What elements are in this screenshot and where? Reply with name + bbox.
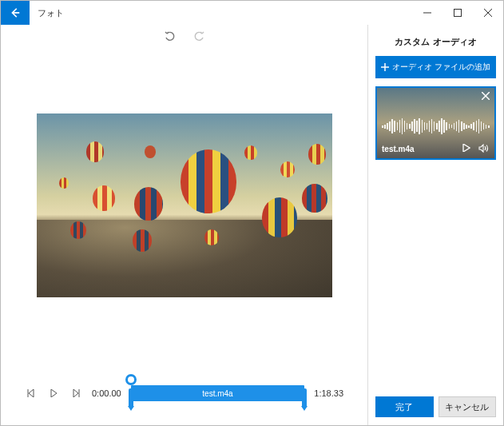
window-controls	[412, 1, 503, 25]
end-time-label: 1:18.33	[314, 388, 343, 398]
add-audio-label: オーディオ ファイルの追加	[392, 62, 490, 73]
cancel-button[interactable]: キャンセル	[439, 396, 497, 417]
waveform-icon	[382, 118, 490, 134]
prev-frame-button[interactable]	[25, 389, 38, 397]
done-button[interactable]: 完了	[375, 396, 434, 417]
content-area: 0:00.00 test.m4a 1:18.33 カスタム オーディオ	[1, 25, 503, 425]
add-audio-button[interactable]: オーディオ ファイルの追加	[375, 56, 496, 78]
audio-clip-bar[interactable]: test.m4a	[131, 385, 305, 401]
preview-area	[9, 49, 359, 369]
maximize-button[interactable]	[442, 1, 473, 25]
play-icon	[462, 144, 470, 152]
clip-label: test.m4a	[202, 389, 232, 398]
volume-icon	[478, 144, 490, 153]
timeline: 0:00.00 test.m4a 1:18.33	[9, 369, 359, 425]
back-button[interactable]	[1, 1, 30, 25]
maximize-icon	[454, 9, 462, 17]
prev-frame-icon	[27, 389, 35, 397]
main-panel: 0:00.00 test.m4a 1:18.33	[1, 25, 367, 425]
undo-button[interactable]	[164, 30, 177, 45]
clip-trim-start-handle[interactable]	[129, 388, 133, 408]
play-button[interactable]	[47, 389, 60, 397]
redo-icon	[192, 30, 205, 42]
back-arrow-icon	[10, 7, 21, 18]
timeline-track[interactable]: test.m4a	[131, 380, 305, 406]
svg-rect-1	[454, 10, 462, 17]
next-frame-button[interactable]	[69, 389, 82, 397]
audio-card[interactable]: test.m4a	[375, 86, 496, 160]
panel-title: カスタム オーディオ	[375, 36, 496, 48]
video-preview[interactable]	[37, 113, 332, 297]
remove-audio-button[interactable]	[482, 91, 490, 102]
minimize-button[interactable]	[412, 1, 442, 25]
start-time-label: 0:00.00	[92, 388, 121, 398]
close-icon	[484, 9, 492, 17]
clip-trim-end-handle[interactable]	[302, 388, 307, 408]
undo-redo-bar	[9, 25, 359, 49]
close-button[interactable]	[473, 1, 503, 25]
x-icon	[482, 92, 490, 100]
undo-icon	[164, 30, 177, 42]
minimize-icon	[423, 9, 431, 17]
plus-icon	[381, 63, 389, 71]
audio-volume-button[interactable]	[478, 144, 490, 154]
redo-button[interactable]	[192, 30, 205, 45]
audio-play-button[interactable]	[462, 144, 470, 154]
app-title: フォト	[30, 7, 64, 19]
footer-buttons: 完了 キャンセル	[375, 396, 496, 417]
play-icon	[50, 389, 58, 397]
preview-image	[37, 113, 332, 297]
titlebar: フォト	[1, 1, 503, 25]
sidebar: カスタム オーディオ オーディオ ファイルの追加 test.m4a	[367, 25, 503, 425]
playhead[interactable]	[125, 374, 137, 385]
next-frame-icon	[72, 389, 80, 397]
app-window: フォト	[0, 0, 504, 426]
audio-filename: test.m4a	[382, 145, 415, 153]
